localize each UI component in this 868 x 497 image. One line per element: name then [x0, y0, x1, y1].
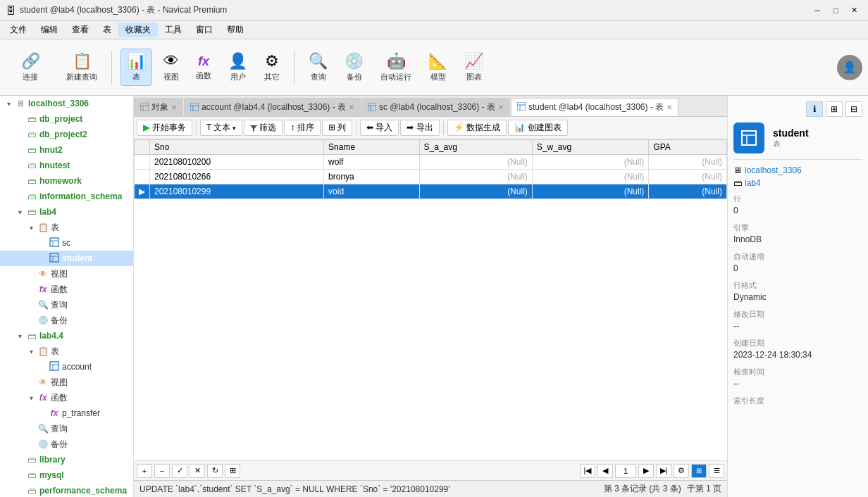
grid-icon-btn[interactable]: ⊞: [826, 101, 843, 117]
toolbar-other-btn[interactable]: ⚙其它: [259, 49, 285, 85]
grid-view-btn2[interactable]: ⊞: [225, 464, 240, 478]
toolbar-backup-btn[interactable]: 💿备份: [339, 49, 369, 85]
cell-Sname[interactable]: wolf: [324, 155, 419, 170]
toolbar-table-btn[interactable]: 📊表: [120, 49, 152, 86]
add-row-btn[interactable]: +: [137, 464, 152, 478]
tree-item-lab4-tables[interactable]: ▾📋表: [0, 220, 133, 235]
cell-Sno[interactable]: 202108010200: [150, 155, 324, 170]
cell-GPA[interactable]: (Null): [649, 170, 727, 184]
close-button[interactable]: ✕: [845, 4, 862, 18]
toolbar-view-btn[interactable]: 👁视图: [158, 49, 185, 85]
tab-student-tab[interactable]: student @lab4 (localhost_3306) - 表 ✕: [511, 98, 678, 116]
tree-item-db_project2[interactable]: 🗃db_project2: [0, 127, 133, 142]
cell-S_w_avg[interactable]: (Null): [532, 155, 649, 170]
tab-close-student-tab[interactable]: ✕: [666, 103, 672, 111]
tree-toggle-lab4.4-tables[interactable]: ▾: [25, 348, 37, 356]
table-row[interactable]: 202108010266bronya(Null)(Null)(Null): [135, 170, 727, 184]
begin-transaction[interactable]: 开始事务: [137, 120, 192, 136]
tab-objects[interactable]: 对象 ✕: [134, 98, 183, 116]
tree-item-library[interactable]: 🗃library: [0, 452, 133, 467]
toolbar-autorun-btn[interactable]: 🤖自动运行: [375, 49, 417, 85]
tab-sc-tab[interactable]: sc @lab4 (localhost_3306) - 表 ✕: [361, 98, 510, 116]
create-chart-btn[interactable]: 📊 创建图表: [508, 120, 567, 136]
cell-Sno[interactable]: 202108010266: [150, 170, 324, 184]
tree-item-lab4.4-p_transfer[interactable]: fxp_transfer: [0, 405, 133, 421]
toolbar-model-btn[interactable]: 📐模型: [423, 49, 453, 85]
tree-item-lab4.4-functions[interactable]: ▾fx函数: [0, 390, 133, 405]
tree-item-hnut2[interactable]: 🗃hnut2: [0, 142, 133, 158]
tree-item-lab4.4[interactable]: ▾🗃lab4.4: [0, 328, 133, 344]
user-avatar[interactable]: 👤: [837, 55, 862, 80]
cell-Sname[interactable]: void: [324, 184, 419, 199]
tree-item-lab4.4-views[interactable]: 👁视图: [0, 375, 133, 390]
cell-GPA[interactable]: (Null): [649, 184, 727, 199]
filter-btn[interactable]: 筛选: [244, 120, 283, 136]
menu-item-2[interactable]: 查看: [65, 23, 96, 37]
next-page-btn[interactable]: ▶: [638, 464, 654, 478]
delete-row-btn[interactable]: −: [154, 464, 170, 478]
cell-Sname[interactable]: bronya: [324, 170, 419, 184]
cancel-edit-btn[interactable]: ✕: [190, 464, 205, 478]
apply-btn[interactable]: ✓: [172, 464, 187, 478]
list-icon-btn[interactable]: ⊟: [845, 101, 862, 117]
text-btn[interactable]: T 文本 ▾: [200, 120, 242, 136]
tab-close-objects[interactable]: ✕: [171, 103, 177, 111]
page-number-input[interactable]: [615, 464, 636, 478]
grid-view-btn[interactable]: ⊞: [691, 464, 707, 478]
cell-Sno[interactable]: 202108010299: [150, 184, 324, 199]
tree-item-homework[interactable]: 🗃homework: [0, 173, 133, 189]
connect-icon-btn[interactable]: 🔗 连接: [17, 49, 44, 85]
cell-S_w_avg[interactable]: (Null): [532, 170, 649, 184]
tree-item-mysql[interactable]: 🗃mysql: [0, 467, 133, 483]
tree-item-hnutest[interactable]: 🗃hnutest: [0, 158, 133, 173]
tree-item-lab4-sc[interactable]: sc: [0, 235, 133, 251]
tree-item-db_project[interactable]: 🗃db_project: [0, 111, 133, 127]
tree-item-lab4-backups[interactable]: 💿备份: [0, 313, 133, 328]
toolbar-user-btn[interactable]: 👤用户: [223, 49, 253, 85]
tree-item-performance_schema[interactable]: 🗃performance_schema: [0, 483, 133, 497]
tree-toggle-lab4.4[interactable]: ▾: [14, 332, 25, 340]
cell-S_a_avg[interactable]: (Null): [419, 184, 532, 199]
tab-close-sc-tab[interactable]: ✕: [498, 103, 504, 111]
tree-item-lab4[interactable]: ▾🗃lab4: [0, 204, 133, 220]
tab-close-account-tab[interactable]: ✕: [349, 103, 354, 111]
connection-value[interactable]: localhost_3306: [745, 165, 802, 175]
menu-item-4[interactable]: 收藏夹: [118, 23, 158, 37]
info-icon-btn[interactable]: ℹ: [806, 101, 823, 117]
maximize-button[interactable]: □: [827, 4, 844, 18]
database-value[interactable]: lab4: [745, 178, 761, 188]
menu-item-3[interactable]: 表: [96, 23, 118, 37]
new-query-btn[interactable]: 📋新建查询: [61, 49, 103, 85]
tab-account-tab[interactable]: account @lab4.4 (localhost_3306) - 表 ✕: [184, 98, 361, 116]
cell-S_a_avg[interactable]: (Null): [419, 155, 532, 170]
minimize-button[interactable]: ─: [809, 4, 826, 18]
tree-item-information_schema[interactable]: 🗃information_schema: [0, 189, 133, 204]
menu-item-1[interactable]: 编辑: [34, 23, 65, 37]
cell-S_a_avg[interactable]: (Null): [419, 170, 532, 184]
toolbar-func-btn[interactable]: fx函数: [190, 51, 217, 84]
first-page-btn[interactable]: |◀: [580, 464, 595, 478]
tree-toggle-localhost_3306[interactable]: ▾: [3, 100, 14, 108]
pag-settings-btn[interactable]: ⚙: [674, 464, 689, 478]
table-row[interactable]: ▶202108010299void(Null)(Null)(Null): [135, 184, 727, 199]
tree-item-lab4.4-account[interactable]: account: [0, 359, 133, 375]
columns-btn[interactable]: ⊞ 列: [322, 120, 352, 136]
prev-page-btn[interactable]: ◀: [597, 464, 613, 478]
tree-item-lab4-views[interactable]: 👁视图: [0, 266, 133, 282]
export-btn[interactable]: ➡ 导出: [400, 120, 439, 136]
sort-btn[interactable]: ↕ 排序: [284, 120, 320, 136]
tree-item-lab4.4-backups[interactable]: 💿备份: [0, 436, 133, 452]
tree-item-lab4.4-queries[interactable]: 🔍查询: [0, 421, 133, 436]
data-generate-btn[interactable]: ⚡ 数据生成: [447, 120, 507, 136]
menu-item-6[interactable]: 窗口: [189, 23, 220, 37]
tree-toggle-lab4[interactable]: ▾: [14, 208, 25, 216]
import-btn[interactable]: ⬅ 导入: [360, 120, 399, 136]
tree-toggle-lab4-tables[interactable]: ▾: [25, 224, 37, 232]
cell-GPA[interactable]: (Null): [649, 155, 727, 170]
tree-item-lab4.4-tables[interactable]: ▾📋表: [0, 344, 133, 359]
toolbar-query-btn[interactable]: 🔍查询: [303, 49, 333, 85]
tree-item-lab4-student[interactable]: student: [0, 251, 133, 266]
menu-item-7[interactable]: 帮助: [220, 23, 251, 37]
menu-item-0[interactable]: 文件: [3, 23, 34, 37]
tree-item-localhost_3306[interactable]: ▾🖥localhost_3306: [0, 96, 133, 111]
